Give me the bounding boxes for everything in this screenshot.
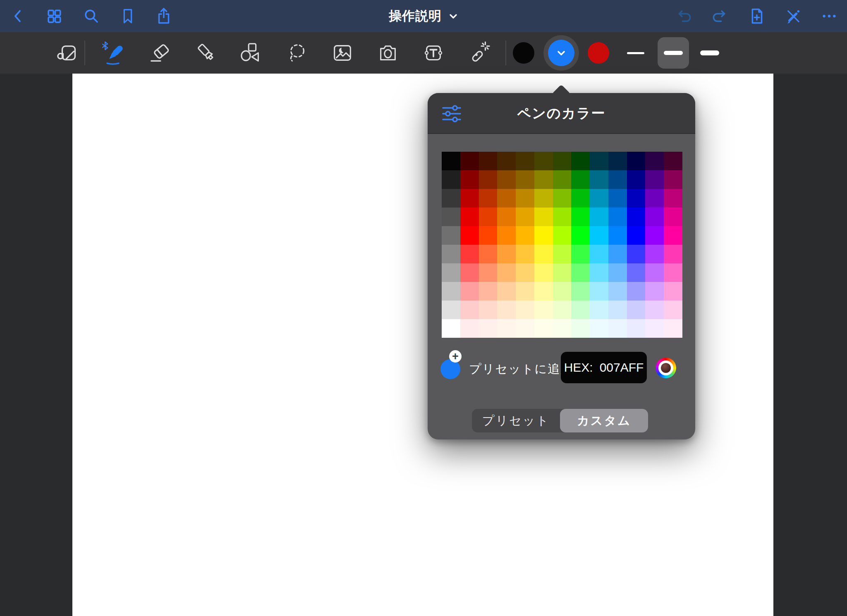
color-swatch[interactable]	[627, 189, 646, 208]
camera-tool-button[interactable]	[373, 38, 403, 68]
redo-button[interactable]	[706, 2, 734, 30]
color-swatch[interactable]	[664, 226, 682, 245]
color-swatch[interactable]	[627, 245, 646, 263]
back-button[interactable]	[4, 2, 32, 30]
color-swatch[interactable]	[664, 263, 682, 282]
color-swatch[interactable]	[553, 226, 572, 245]
color-swatch[interactable]	[497, 189, 516, 208]
stroke-width-medium-selected[interactable]	[658, 37, 689, 69]
color-swatch[interactable]	[479, 319, 498, 338]
color-swatch[interactable]	[497, 282, 516, 301]
color-swatch[interactable]	[590, 319, 608, 338]
color-swatch[interactable]	[645, 319, 664, 338]
text-tool-button[interactable]	[419, 38, 448, 68]
color-swatch[interactable]	[571, 301, 590, 319]
color-swatch[interactable]	[460, 245, 479, 263]
color-swatch[interactable]	[460, 226, 479, 245]
color-swatch[interactable]	[442, 189, 460, 208]
color-swatch[interactable]	[590, 245, 608, 263]
color-swatch[interactable]	[479, 208, 498, 226]
color-swatch[interactable]	[571, 282, 590, 301]
thumbnails-button[interactable]	[40, 2, 68, 30]
color-swatch[interactable]	[608, 189, 627, 208]
color-swatch[interactable]	[608, 282, 627, 301]
color-swatch[interactable]	[664, 152, 682, 170]
color-swatch[interactable]	[627, 152, 646, 170]
color-swatch[interactable]	[645, 189, 664, 208]
bookmark-button[interactable]	[114, 2, 142, 30]
color-swatch[interactable]	[497, 170, 516, 189]
color-swatch[interactable]	[664, 189, 682, 208]
color-swatch[interactable]	[590, 189, 608, 208]
color-swatch[interactable]	[571, 263, 590, 282]
share-button[interactable]	[150, 2, 178, 30]
undo-button[interactable]	[670, 2, 698, 30]
image-tool-button[interactable]	[328, 38, 357, 68]
color-swatch[interactable]	[460, 282, 479, 301]
color-swatch[interactable]	[571, 245, 590, 263]
lasso-tool-button[interactable]	[282, 38, 312, 68]
color-swatch[interactable]	[608, 245, 627, 263]
color-swatch[interactable]	[516, 189, 534, 208]
color-swatch[interactable]	[460, 152, 479, 170]
color-swatch[interactable]	[608, 319, 627, 338]
color-swatch[interactable]	[534, 282, 553, 301]
tab-preset[interactable]: プリセット	[472, 409, 560, 432]
color-swatch[interactable]	[608, 208, 627, 226]
color-swatch[interactable]	[516, 319, 534, 338]
color-swatch[interactable]	[516, 170, 534, 189]
pen-color-red[interactable]	[588, 42, 609, 64]
color-swatch[interactable]	[645, 245, 664, 263]
color-swatch[interactable]	[553, 208, 572, 226]
color-swatch[interactable]	[571, 226, 590, 245]
color-swatch[interactable]	[479, 263, 498, 282]
color-swatch[interactable]	[497, 152, 516, 170]
color-swatch[interactable]	[534, 226, 553, 245]
color-swatch[interactable]	[497, 226, 516, 245]
color-swatch[interactable]	[442, 319, 460, 338]
color-swatch[interactable]	[516, 282, 534, 301]
color-swatch[interactable]	[442, 226, 460, 245]
pen-color-black[interactable]	[513, 42, 534, 64]
color-swatch[interactable]	[460, 208, 479, 226]
color-wheel-button[interactable]	[656, 358, 676, 378]
color-swatch[interactable]	[460, 301, 479, 319]
color-swatch[interactable]	[627, 282, 646, 301]
color-swatch[interactable]	[645, 208, 664, 226]
color-swatch[interactable]	[516, 245, 534, 263]
color-swatch[interactable]	[627, 226, 646, 245]
color-swatch[interactable]	[553, 319, 572, 338]
color-swatch[interactable]	[460, 170, 479, 189]
color-swatch[interactable]	[608, 263, 627, 282]
color-swatch[interactable]	[553, 245, 572, 263]
color-swatch[interactable]	[553, 282, 572, 301]
color-swatch[interactable]	[534, 319, 553, 338]
edit-mode-toggle-button[interactable]	[53, 38, 83, 68]
color-swatch[interactable]	[627, 319, 646, 338]
color-swatch[interactable]	[590, 208, 608, 226]
color-swatch[interactable]	[497, 208, 516, 226]
color-swatch[interactable]	[442, 282, 460, 301]
color-swatch[interactable]	[590, 301, 608, 319]
color-swatch[interactable]	[534, 170, 553, 189]
color-swatch[interactable]	[627, 208, 646, 226]
color-swatch[interactable]	[534, 208, 553, 226]
tab-custom[interactable]: カスタム	[560, 409, 648, 432]
color-swatch[interactable]	[664, 319, 682, 338]
color-swatch[interactable]	[590, 282, 608, 301]
color-swatch[interactable]	[571, 170, 590, 189]
current-color-swatch[interactable]: +	[440, 359, 460, 379]
color-swatch[interactable]	[553, 189, 572, 208]
add-page-button[interactable]	[743, 2, 771, 30]
color-swatch[interactable]	[571, 189, 590, 208]
color-swatch[interactable]	[460, 189, 479, 208]
color-swatch[interactable]	[442, 152, 460, 170]
color-swatch[interactable]	[442, 170, 460, 189]
stylus-toggle-button[interactable]	[779, 2, 807, 30]
color-swatch[interactable]	[590, 170, 608, 189]
laser-pointer-tool-button[interactable]	[464, 38, 494, 68]
color-swatch[interactable]	[645, 170, 664, 189]
color-swatch[interactable]	[590, 152, 608, 170]
color-swatch[interactable]	[442, 301, 460, 319]
color-swatch[interactable]	[553, 152, 572, 170]
